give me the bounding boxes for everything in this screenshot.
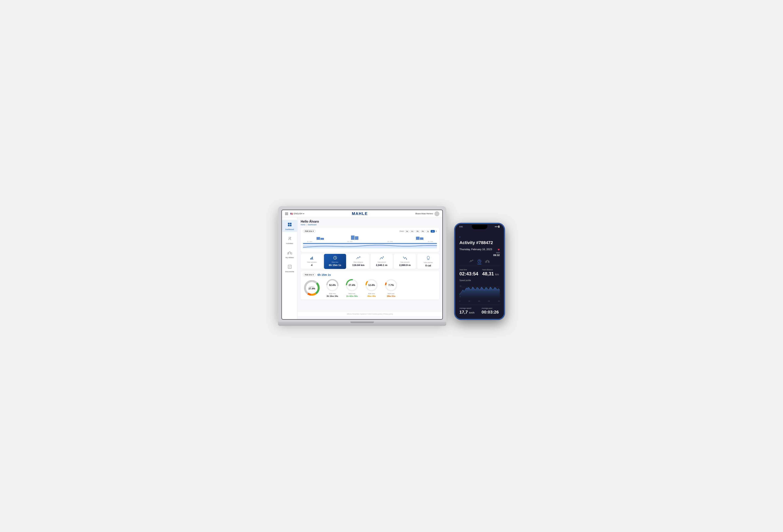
start-time: 09:32 [493,254,500,257]
dist-item-just-you-sublabel: Ride time [324,293,340,295]
back-button[interactable]: ‹ [460,235,500,239]
tab-chart[interactable] [470,259,473,264]
language-selector[interactable]: 🇺🇸 ENGLISH ▾ [290,212,304,215]
bar [316,237,320,240]
wave-chart [303,243,437,248]
laptop-screen: 🇺🇸 ENGLISH ▾ MAHLE Álvaro Arias Herrero [281,210,443,320]
donut-chart: Level 1 27.4% [303,279,321,297]
svg-rect-12 [310,258,311,259]
svg-rect-0 [288,223,289,224]
scene: 🇺🇸 ENGLISH ▾ MAHLE Álvaro Arias Herrero [278,206,505,326]
bar [320,238,324,240]
bar-chart [303,234,437,240]
topbar-left: 🇺🇸 ENGLISH ▾ [285,212,304,215]
activity-date-row: Thursday, February 16, 2023 ♥ Start 09:3… [460,247,500,257]
laptop-device: 🇺🇸 ENGLISH ▾ MAHLE Álvaro Arias Herrero [278,206,446,326]
zoom-1m[interactable]: 1m [410,230,414,233]
stat-card-ride-time: Ride time 6h 15m 1s [324,254,346,269]
sidebar-documents-label: Documents [285,271,294,273]
phone-device: 9:41 ●●● ▊ ‹ Activity #788472 Thursday, … [454,223,505,320]
svg-rect-14 [312,257,313,259]
total-calories-icon [419,256,438,261]
heart-icon: ♥ [493,247,500,252]
bar [416,237,419,240]
total-calories-label: Total calories [419,262,438,263]
user-avatar[interactable] [435,211,439,216]
chart-menu-icon[interactable]: ≡ [436,230,437,233]
total-time-value: 02:43:54 [460,271,478,276]
sidebar-item-myebikes[interactable]: My eBikes [282,248,297,260]
svg-rect-1 [290,223,291,224]
zoom-1w[interactable]: 1w [405,230,409,233]
sidebar-item-documents[interactable]: Documents [282,262,297,274]
metrics-row: Total time 02:43:54 Total distance 48,31… [460,269,500,276]
laptop-body: 🇺🇸 ENGLISH ▾ MAHLE Álvaro Arias Herrero [278,206,446,322]
user-name: Álvaro Arias Herrero [415,212,433,215]
total-descent-label: Total descent [396,261,414,263]
chart-dates: 12. Nov 16. Dec 20. Dec 16. Feb [303,240,437,242]
total-distance-label: Total distance [482,269,500,271]
avg-speed-value: 17,7 km/h [460,310,478,315]
sidebar-item-dashboard[interactable]: Dashboard [282,220,297,232]
ride-distance-label: Ride distance [349,261,368,263]
circle-just-you: 52.4% [325,278,339,292]
total-time-block: Total time 02:43:54 [460,269,478,276]
footer: MAHLe Smartbike Systems © 2021 Cookies p… [297,312,442,316]
dist-item-just-you: 52.4% Ride time 3h 16m 34s [324,278,340,297]
documents-icon [287,264,293,270]
chart-card: Ride time ▾ Zoom 1w 1m 3m 6m 1y [301,228,439,252]
total-activities-label: Total activities [302,261,321,263]
speed-chart: 40 0 [460,283,500,299]
phone-notch [472,225,488,229]
dist-item-level1: 27.4% Ride time 1h 42m 56s [344,278,360,297]
total-distance-unit: km [495,273,499,276]
tab-bike[interactable] [485,259,490,264]
ride-time-icon [325,256,345,261]
phone-tabs [460,259,500,266]
stat-card-total-ascent: Total ascent 2,040.1 m [371,254,393,269]
app-logo: MAHLE [352,211,368,216]
total-calories-value: 0 cal [419,264,438,267]
avg-pace-value: 00:03:26 [481,310,500,315]
dist-item-level3-value: 28m 51s [383,295,399,297]
breadcrumb: Home | Dashboard [301,224,439,226]
ride-time-value: 6h 15m 1s [325,264,345,267]
dist-item-level2-value: 46m 40s [364,295,379,297]
topbar: 🇺🇸 ENGLISH ▾ MAHLE Álvaro Arias Herrero [282,210,442,218]
stat-card-ride-distance: Ride distance 116.84 km [347,254,369,269]
ride-time-filter[interactable]: Ride time ▾ [303,230,316,233]
bar [351,235,354,240]
phone-body: 9:41 ●●● ▊ ‹ Activity #788472 Thursday, … [454,223,505,320]
sidebar-ebikes-label: My eBikes [286,257,294,259]
svg-text:0: 0 [460,296,461,298]
dist-filter-btn[interactable]: Ride time ▾ [303,273,316,276]
bar-group-3 [385,239,389,240]
stats-row: Total activities 4 [301,254,439,269]
svg-rect-13 [311,257,312,259]
hamburger-menu[interactable] [285,212,288,215]
total-descent-icon [396,256,414,261]
ride-time-label: Ride time [325,261,345,263]
dist-header: Ride time ▾ 6h 15m 1s [303,273,437,276]
dist-item-level1-value: 1h 42m 56s [344,295,360,297]
circle-level2: 12.4% [365,278,378,292]
avg-pace-label: Average pace [481,307,500,309]
phone-screen: 9:41 ●●● ▊ ‹ Activity #788472 Thursday, … [456,225,503,318]
zoom-3m[interactable]: 3m [415,230,420,233]
bottom-metrics: Average speed 17,7 km/h Average pace 00:… [460,305,500,315]
zoom-6m[interactable]: 6m [421,230,425,233]
dashboard-area: Hello Álvaro Home | Dashboard Rid [297,218,442,312]
ebikes-icon [287,250,293,256]
ride-distance-value: 116.84 km [349,264,368,267]
stat-card-total-activities: Total activities 4 [301,254,323,269]
ride-distance-icon [349,256,368,261]
tab-speed[interactable] [477,259,481,264]
zoom-all[interactable]: All [431,230,435,233]
zoom-1y[interactable]: 1y [426,230,430,233]
chart-area: 12. Nov 16. Dec 20. Dec 16. Feb [303,234,437,250]
page-title: Hello Álvaro [301,220,439,223]
sidebar-item-activities[interactable]: Activities [282,234,297,246]
total-time-label: Total time [460,269,478,271]
dist-item-just-you-value: 3h 16m 34s [324,295,340,297]
start-label: Start [493,252,500,254]
